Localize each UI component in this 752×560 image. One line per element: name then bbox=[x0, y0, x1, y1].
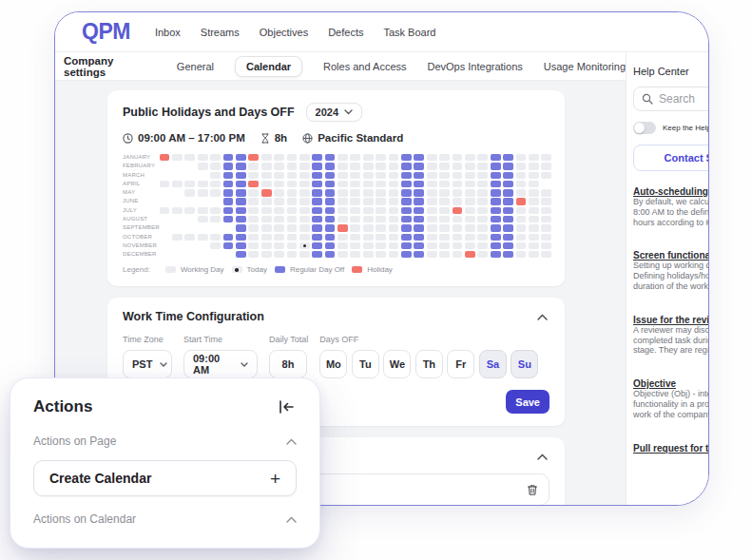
day-cell-january-28[interactable] bbox=[503, 154, 513, 161]
day-toggle-fr[interactable]: Fr bbox=[447, 350, 474, 378]
day-cell-december-21[interactable] bbox=[491, 251, 501, 258]
day-cell-november-21[interactable] bbox=[465, 242, 475, 249]
day-cell-october-3[interactable] bbox=[198, 234, 208, 241]
day-cell-february-15[interactable] bbox=[376, 163, 386, 169]
day-cell-february-17[interactable] bbox=[401, 163, 412, 169]
day-cell-august-19[interactable] bbox=[427, 216, 437, 222]
day-cell-january-7[interactable] bbox=[236, 154, 246, 161]
day-cell-november-15[interactable] bbox=[389, 242, 399, 249]
day-cell-february-5[interactable] bbox=[248, 163, 259, 169]
day-cell-april-7[interactable] bbox=[236, 181, 246, 187]
day-cell-april-20[interactable] bbox=[401, 181, 412, 187]
day-cell-january-26[interactable] bbox=[477, 154, 488, 161]
tab-usage-monitoring[interactable]: Usage Monitoring bbox=[544, 61, 626, 72]
help-article-title[interactable]: Pull request for the r bbox=[633, 443, 708, 454]
create-calendar-button[interactable]: Create Calendar + bbox=[33, 460, 297, 496]
day-cell-february-16[interactable] bbox=[389, 163, 399, 169]
day-cell-july-24[interactable] bbox=[453, 207, 463, 214]
day-cell-january-31[interactable] bbox=[541, 154, 551, 161]
day-cell-december-12[interactable] bbox=[376, 251, 386, 258]
day-cell-july-18[interactable] bbox=[376, 207, 386, 214]
day-cell-december-24[interactable] bbox=[529, 251, 539, 258]
day-toggle-mo[interactable]: Mo bbox=[319, 350, 347, 378]
day-cell-july-4[interactable] bbox=[198, 207, 208, 214]
day-cell-june-22[interactable] bbox=[491, 198, 501, 204]
topnav-item-task-board[interactable]: Task Board bbox=[383, 27, 435, 38]
day-cell-july-17[interactable] bbox=[363, 207, 374, 214]
day-cell-december-5[interactable] bbox=[287, 251, 298, 258]
day-cell-august-5[interactable] bbox=[248, 216, 259, 222]
day-cell-november-8[interactable] bbox=[299, 242, 310, 249]
day-cell-october-7[interactable] bbox=[248, 234, 259, 241]
topnav-item-inbox[interactable]: Inbox bbox=[155, 27, 181, 38]
day-cell-december-14[interactable] bbox=[401, 251, 412, 258]
day-cell-august-12[interactable] bbox=[337, 216, 348, 222]
day-cell-august-27[interactable] bbox=[529, 216, 539, 222]
day-cell-february-9[interactable] bbox=[299, 163, 310, 169]
day-cell-july-7[interactable] bbox=[236, 207, 246, 214]
day-cell-january-29[interactable] bbox=[516, 154, 527, 161]
day-cell-october-1[interactable] bbox=[172, 234, 183, 241]
day-cell-february-2[interactable] bbox=[210, 163, 221, 169]
day-cell-march-27[interactable] bbox=[541, 172, 551, 179]
day-cell-april-14[interactable] bbox=[325, 181, 336, 187]
day-cell-august-6[interactable] bbox=[261, 216, 272, 222]
actions-on-calendar-section[interactable]: Actions on Calendar bbox=[33, 512, 297, 526]
day-cell-september-11[interactable] bbox=[363, 224, 374, 231]
day-cell-october-25[interactable] bbox=[477, 234, 488, 241]
day-cell-january-12[interactable] bbox=[299, 154, 310, 161]
day-cell-december-13[interactable] bbox=[389, 251, 399, 258]
day-cell-november-1[interactable] bbox=[210, 242, 221, 249]
day-cell-march-1[interactable] bbox=[210, 172, 221, 179]
day-cell-july-6[interactable] bbox=[223, 207, 234, 214]
day-cell-february-1[interactable] bbox=[198, 163, 208, 169]
day-cell-november-18[interactable] bbox=[427, 242, 437, 249]
day-cell-october-24[interactable] bbox=[465, 234, 475, 241]
day-cell-july-30[interactable] bbox=[529, 207, 539, 214]
day-cell-september-7[interactable] bbox=[312, 224, 322, 231]
contact-support-button[interactable]: Contact Sup bbox=[633, 145, 708, 171]
day-cell-october-26[interactable] bbox=[491, 234, 501, 241]
tab-calendar[interactable]: Calendar bbox=[235, 56, 302, 77]
day-cell-february-11[interactable] bbox=[325, 163, 336, 169]
topnav-item-defects[interactable]: Defects bbox=[328, 27, 363, 38]
day-cell-september-16[interactable] bbox=[427, 224, 437, 231]
day-cell-august-16[interactable] bbox=[389, 216, 399, 222]
day-cell-february-7[interactable] bbox=[274, 163, 284, 169]
day-cell-february-18[interactable] bbox=[414, 163, 424, 169]
day-cell-august-20[interactable] bbox=[439, 216, 450, 222]
day-cell-january-23[interactable] bbox=[439, 154, 450, 161]
day-cell-september-14[interactable] bbox=[401, 224, 412, 231]
day-cell-july-12[interactable] bbox=[299, 207, 310, 214]
tab-devops-integrations[interactable]: DevOps Integrations bbox=[428, 61, 523, 72]
day-cell-september-20[interactable] bbox=[477, 224, 488, 231]
day-cell-january-4[interactable] bbox=[198, 154, 208, 161]
day-cell-may-15[interactable] bbox=[363, 189, 374, 196]
day-cell-august-10[interactable] bbox=[312, 216, 322, 222]
day-cell-january-25[interactable] bbox=[465, 154, 475, 161]
day-cell-june-19[interactable] bbox=[453, 198, 463, 204]
day-cell-march-19[interactable] bbox=[439, 172, 450, 179]
day-cell-may-22[interactable] bbox=[453, 189, 463, 196]
day-cell-january-2[interactable] bbox=[172, 154, 183, 161]
day-cell-november-2[interactable] bbox=[223, 242, 234, 249]
day-cell-january-15[interactable] bbox=[337, 154, 348, 161]
day-cell-april-4[interactable] bbox=[198, 181, 208, 187]
day-cell-november-16[interactable] bbox=[401, 242, 412, 249]
day-cell-june-8[interactable] bbox=[312, 198, 322, 204]
day-cell-october-29[interactable] bbox=[529, 234, 539, 241]
day-cell-may-13[interactable] bbox=[337, 189, 348, 196]
day-cell-january-3[interactable] bbox=[184, 154, 195, 161]
day-cell-december-19[interactable] bbox=[465, 251, 475, 258]
day-cell-september-1[interactable] bbox=[236, 224, 246, 231]
day-cell-december-20[interactable] bbox=[477, 251, 488, 258]
day-cell-january-22[interactable] bbox=[427, 154, 437, 161]
day-cell-june-1[interactable] bbox=[223, 198, 234, 204]
day-cell-july-1[interactable] bbox=[160, 207, 170, 214]
day-cell-october-20[interactable] bbox=[414, 234, 424, 241]
day-cell-july-2[interactable] bbox=[172, 207, 183, 214]
day-cell-september-18[interactable] bbox=[453, 224, 463, 231]
day-cell-august-4[interactable] bbox=[236, 216, 246, 222]
day-cell-january-8[interactable] bbox=[248, 154, 259, 161]
topnav-item-streams[interactable]: Streams bbox=[201, 27, 240, 38]
